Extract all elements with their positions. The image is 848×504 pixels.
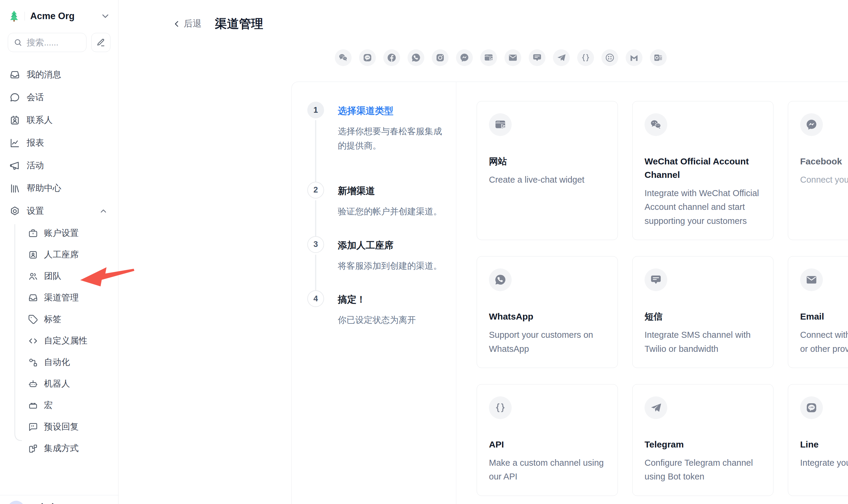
sidebar-item-label: 会话 [27,91,110,104]
instagram-icon [432,49,449,66]
card-description: Integrate with WeChat Official Account c… [644,186,761,228]
step-title: 搞定！ [338,290,416,306]
messenger-icon [800,113,823,136]
card-description: Connect your Facebook page [800,173,848,186]
step-number: 1 [307,102,324,119]
tree-connector-line [14,224,23,442]
sidebar-item-canned-responses[interactable]: 预设回复 [14,416,110,438]
sidebar-item-settings[interactable]: 设置 [8,200,110,222]
briefcase-icon [28,228,38,238]
sidebar-item-custom-attributes[interactable]: 自定义属性 [14,330,110,352]
sidebar-item-automation[interactable]: 自动化 [14,352,110,373]
settings-subtree: 账户设置 人工座席 团队 渠道管理 标签 [14,222,110,459]
wechat-icon [335,49,351,66]
search-box[interactable] [8,33,86,52]
org-switcher[interactable]: Acme Org [8,6,110,26]
card-description: Integrate SMS channel with Twilio or ban… [644,328,761,356]
chevron-up-icon[interactable] [98,206,109,216]
user-name: admin [33,501,59,504]
sidebar-item-bots[interactable]: 机器人 [14,373,110,395]
avatar[interactable] [8,501,24,504]
sidebar-item-teams[interactable]: 团队 [14,266,110,287]
sidebar-item-inboxes[interactable]: 渠道管理 [14,287,110,308]
channel-icon-row [172,49,829,66]
sidebar-item-contacts[interactable]: 联系人 [8,109,110,131]
step-number: 4 [307,290,324,307]
step-number: 3 [307,236,324,253]
sidebar-item-label: 我的消息 [27,69,110,81]
sidebar-item-conversations[interactable]: 会话 [8,86,110,109]
line-chart-icon [10,138,20,148]
sidebar-item-label: 机器人 [44,378,70,390]
library-icon [10,183,20,194]
sidebar-item-help-center[interactable]: 帮助中心 [8,177,110,200]
wechat-icon [644,113,667,136]
users-icon [28,271,38,281]
sidebar-item-account-settings[interactable]: 账户设置 [14,222,110,244]
sidebar-item-reports[interactable]: 报表 [8,131,110,154]
card-description: Support your customers on WhatsApp [489,328,606,356]
channel-card-api[interactable]: API Make a custom channel using our API [477,384,618,496]
step-choose-channel[interactable]: 1 选择渠道类型 选择你想要与春松客服集成的提供商。 [307,102,444,182]
card-description: Make a custom channel using our API [489,456,606,484]
channel-card-sms[interactable]: 短信 Integrate SMS channel with Twilio or … [632,256,774,368]
sidebar-item-label: 联系人 [27,114,110,126]
sidebar-item-label: 帮助中心 [27,182,110,194]
channel-card-facebook[interactable]: Facebook Connect your Facebook page [788,101,848,240]
step-title: 新增渠道 [338,182,442,197]
sidebar-item-my-messages[interactable]: 我的消息 [8,64,110,86]
step-connector [315,255,316,292]
sidebar-item-campaigns[interactable]: 活动 [8,154,110,177]
compose-button[interactable] [91,33,110,52]
channel-card-website[interactable]: 网站 Create a live-chat widget [477,101,618,240]
sidebar-item-agents[interactable]: 人工座席 [14,244,110,266]
back-button[interactable]: 后退 [172,18,202,30]
messenger-icon [456,49,473,66]
search-input[interactable] [27,38,81,48]
user-profile[interactable]: admin [0,495,118,504]
card-description: Integrate your Line channel [800,456,848,470]
back-label: 后退 [184,18,202,30]
sidebar-item-macros[interactable]: 宏 [14,395,110,416]
channel-card-telegram[interactable]: Telegram Configure Telegram channel usin… [632,384,774,496]
step-done[interactable]: 4 搞定！ 你已设定状态为离开 [307,290,444,345]
code-icon [28,336,38,346]
step-title: 选择渠道类型 [338,102,444,117]
line-icon [359,49,376,66]
inbox-icon [28,293,38,303]
step-add-agents[interactable]: 3 添加人工座席 将客服添加到创建的渠道。 [307,236,444,291]
sidebar-item-label: 团队 [44,270,61,282]
sidebar-item-label: 活动 [27,160,110,172]
sidebar-item-label: 设置 [27,205,91,217]
step-connector [315,120,316,183]
outlook-icon [650,49,667,66]
sidebar-item-label: 人工座席 [44,249,79,261]
org-logo-tree-icon [8,10,20,22]
card-title: Line [800,438,848,451]
sidebar-nav: 我的消息 会话 联系人 报表 活动 帮助中心 [8,64,110,459]
api-icon [577,49,594,66]
wizard-stepper: 1 选择渠道类型 选择你想要与春松客服集成的提供商。 2 新增渠道 验证您的帐户… [292,82,456,504]
facebook-icon [383,49,400,66]
megaphone-icon [10,161,20,171]
channel-card-line[interactable]: Line Integrate your Line channel [788,384,848,496]
channel-card-email[interactable]: Email Connect with Gmail, Outlook, or ot… [788,256,848,368]
step-description: 你已设定状态为离开 [338,313,416,327]
card-title: API [489,438,606,451]
sidebar-item-labels[interactable]: 标签 [14,308,110,330]
sms-icon [644,268,667,291]
channel-card-wechat[interactable]: WeChat Official Account Channel Integrat… [632,101,774,240]
channel-card-whatsapp[interactable]: WhatsApp Support your customers on Whats… [477,256,618,368]
search-icon [14,38,22,47]
chevron-down-icon[interactable] [100,11,110,21]
blocks-icon [28,444,38,453]
page-title: 渠道管理 [215,16,263,32]
whatsapp-icon [408,49,424,66]
main-content: 后退 渠道管理 1 [119,0,848,504]
step-description: 验证您的帐户并创建渠道。 [338,204,442,219]
step-create-inbox[interactable]: 2 新增渠道 验证您的帐户并创建渠道。 [307,182,444,236]
inbox-wizard-panel: 1 选择渠道类型 选择你想要与春松客服集成的提供商。 2 新增渠道 验证您的帐户… [291,82,848,504]
sidebar-item-integrations[interactable]: 集成方式 [14,438,110,459]
chat-bubble-icon [10,92,20,103]
sidebar-item-label: 报表 [27,137,110,149]
